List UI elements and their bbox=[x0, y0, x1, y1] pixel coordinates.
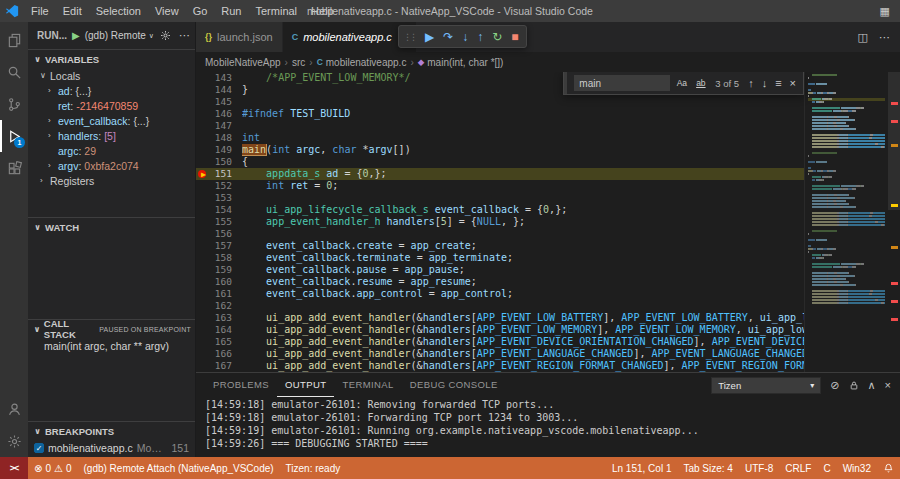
panel-tab-problems[interactable]: PROBLEMS bbox=[205, 373, 277, 397]
code-line[interactable]: 152 int ret = 0; bbox=[196, 180, 804, 192]
code-line[interactable]: 161 event_callback.app_control = app_con… bbox=[196, 288, 804, 300]
breakpoint-row[interactable]: ✓mobilenativeapp.cMobileN...151 bbox=[28, 440, 195, 456]
stack-frame[interactable]: main(int argc, char ** argv) bbox=[28, 338, 195, 354]
code-line[interactable]: 159 event_callback.pause = app_pause; bbox=[196, 264, 804, 276]
code-line[interactable]: 164 ui_app_add_event_handler(&handlers[A… bbox=[196, 324, 804, 336]
code-line[interactable]: 156 bbox=[196, 228, 804, 240]
code-line[interactable]: 158 event_callback.terminate = app_termi… bbox=[196, 252, 804, 264]
call-stack-header[interactable]: ∨ CALL STACK PAUSED ON BREAKPOINT bbox=[28, 320, 195, 338]
minimap[interactable] bbox=[804, 72, 888, 372]
gutter[interactable]: 144 bbox=[196, 84, 242, 96]
accounts-icon[interactable] bbox=[0, 393, 28, 425]
code-line[interactable]: 148int bbox=[196, 132, 804, 144]
gutter[interactable]: 147 bbox=[196, 120, 242, 132]
whole-word-toggle[interactable]: ab bbox=[693, 76, 708, 91]
debug-config-dropdown[interactable]: (gdb) Remote ∨ bbox=[85, 30, 154, 41]
maximize-panel-icon[interactable]: ∧ bbox=[868, 380, 876, 391]
find-widget-grip[interactable] bbox=[564, 72, 567, 94]
code-line[interactable]: ▶151 appdata_s ad = {0,}; bbox=[196, 168, 804, 180]
variable-row-argc[interactable]: argc:29 bbox=[28, 143, 195, 158]
code-line[interactable]: 155 app_event_handler_h handlers[5] = {N… bbox=[196, 216, 804, 228]
scroll-lock-icon[interactable] bbox=[849, 380, 859, 391]
status-indentation[interactable]: Tab Size: 4 bbox=[677, 457, 738, 479]
code-line[interactable]: 157 event_callback.create = app_create; bbox=[196, 240, 804, 252]
variable-row-event_callback[interactable]: ›event_callback:{...} bbox=[28, 113, 195, 128]
notifications-bell-icon[interactable] bbox=[877, 457, 900, 479]
explorer-icon[interactable] bbox=[0, 24, 28, 56]
start-debug-button[interactable]: ▶ bbox=[72, 30, 80, 41]
breadcrumb-item[interactable]: src bbox=[292, 57, 305, 68]
menu-go[interactable]: Go bbox=[186, 0, 215, 22]
variable-row-ad[interactable]: ›ad:{...} bbox=[28, 83, 195, 98]
code-line[interactable]: 165 ui_app_add_event_handler(&handlers[A… bbox=[196, 336, 804, 348]
menu-edit[interactable]: Edit bbox=[56, 0, 89, 22]
code-editor[interactable]: 143 /*APP_EVENT_LOW_MEMORY*/144}145146#i… bbox=[196, 72, 900, 372]
clear-output-icon[interactable]: ⊘ bbox=[830, 380, 839, 391]
editor-more-actions-icon[interactable]: ⋯ bbox=[879, 31, 890, 44]
variable-row-argv[interactable]: ›argv:0xbfa2c074 bbox=[28, 158, 195, 173]
tizen-status[interactable]: Tizen: ready bbox=[280, 457, 347, 479]
close-find-icon[interactable]: × bbox=[788, 77, 798, 89]
gutter[interactable]: 157 bbox=[196, 240, 242, 252]
gutter[interactable]: ▶151 bbox=[196, 168, 242, 180]
layout-toggle-icon[interactable]: ▦ bbox=[880, 5, 890, 18]
code-line[interactable]: 154 ui_app_lifecycle_callback_s event_ca… bbox=[196, 204, 804, 216]
step-into-button[interactable]: ↓ bbox=[462, 31, 468, 43]
scrollbar-thumb[interactable] bbox=[888, 72, 900, 210]
breadcrumb-item[interactable]: MobileNativeApp bbox=[205, 57, 281, 68]
gutter[interactable]: 160 bbox=[196, 276, 242, 288]
continue-button[interactable]: ▶ bbox=[425, 31, 434, 43]
gutter[interactable]: 161 bbox=[196, 288, 242, 300]
extensions-icon[interactable] bbox=[0, 152, 28, 184]
gutter[interactable]: 156 bbox=[196, 228, 242, 240]
variable-row-ret[interactable]: ret:-2146470859 bbox=[28, 98, 195, 113]
restart-button[interactable]: ↻ bbox=[492, 31, 502, 43]
gutter[interactable]: 154 bbox=[196, 204, 242, 216]
code-line[interactable]: 147 bbox=[196, 120, 804, 132]
toolbar-grip-icon[interactable]: ⋮⋮ bbox=[403, 32, 415, 42]
gutter[interactable]: 155 bbox=[196, 216, 242, 228]
remote-indicator[interactable]: >< bbox=[0, 457, 28, 479]
more-actions-icon[interactable]: ⋯ bbox=[179, 29, 190, 42]
panel-tab-debug-console[interactable]: DEBUG CONSOLE bbox=[402, 373, 506, 397]
menu-selection[interactable]: Selection bbox=[89, 0, 148, 22]
breadcrumb-item[interactable]: ◆main(int, char *[]) bbox=[418, 57, 504, 68]
settings-gear-icon[interactable] bbox=[0, 425, 28, 457]
gutter[interactable]: 158 bbox=[196, 252, 242, 264]
variables-header[interactable]: ∨ VARIABLES bbox=[28, 50, 195, 68]
variable-row-handlers[interactable]: ›handlers:[5] bbox=[28, 128, 195, 143]
find-in-selection-icon[interactable]: ≡ bbox=[773, 77, 783, 89]
match-case-toggle[interactable]: Aa bbox=[674, 76, 689, 91]
panel-tab-output[interactable]: OUTPUT bbox=[277, 373, 334, 397]
scope-registers[interactable]: ›Registers bbox=[28, 173, 195, 188]
gutter[interactable]: 164 bbox=[196, 324, 242, 336]
panel-tab-terminal[interactable]: TERMINAL bbox=[334, 373, 401, 397]
step-over-button[interactable]: ↷ bbox=[443, 31, 453, 43]
close-panel-icon[interactable]: × bbox=[885, 380, 891, 391]
code-line[interactable]: 162 bbox=[196, 300, 804, 312]
overview-ruler[interactable] bbox=[888, 72, 900, 372]
breakpoint-checkbox[interactable]: ✓ bbox=[34, 443, 44, 453]
gutter[interactable]: 167 bbox=[196, 360, 242, 372]
menu-terminal[interactable]: Terminal bbox=[249, 0, 305, 22]
output-channel-select[interactable]: Tizen ▾ bbox=[711, 377, 821, 394]
gutter[interactable]: 165 bbox=[196, 336, 242, 348]
code-lines[interactable]: 143 /*APP_EVENT_LOW_MEMORY*/144}145146#i… bbox=[196, 72, 804, 372]
gutter[interactable]: 143 bbox=[196, 72, 242, 84]
find-input[interactable] bbox=[574, 75, 670, 91]
menu-file[interactable]: File bbox=[24, 0, 56, 22]
menu-run[interactable]: Run bbox=[214, 0, 248, 22]
code-line[interactable]: 163 ui_app_add_event_handler(&handlers[A… bbox=[196, 312, 804, 324]
menu-view[interactable]: View bbox=[148, 0, 186, 22]
search-icon[interactable] bbox=[0, 56, 28, 88]
stop-button[interactable]: ■ bbox=[511, 31, 518, 43]
gutter[interactable]: 159 bbox=[196, 264, 242, 276]
run-and-debug-icon[interactable]: 1 bbox=[0, 120, 28, 152]
code-line[interactable]: 145 bbox=[196, 96, 804, 108]
tab-launch.json[interactable]: {}launch.json bbox=[196, 22, 283, 52]
find-next-icon[interactable]: ↓ bbox=[760, 77, 770, 89]
status-cursor-position[interactable]: Ln 151, Col 1 bbox=[606, 457, 678, 479]
status-language-mode[interactable]: C bbox=[817, 457, 836, 479]
gutter[interactable]: 163 bbox=[196, 312, 242, 324]
status-eol[interactable]: CRLF bbox=[779, 457, 817, 479]
